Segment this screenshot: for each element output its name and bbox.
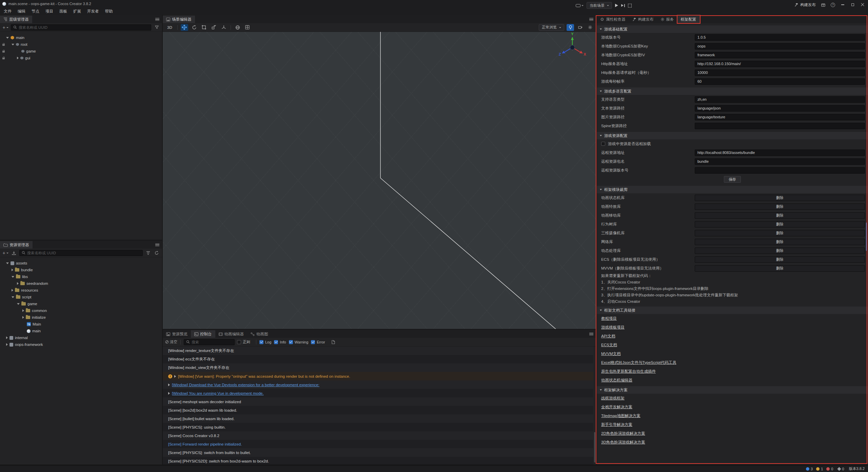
tree-node-common[interactable]: common: [0, 307, 162, 314]
expand-caret-icon[interactable]: [22, 316, 24, 319]
assets-refresh-button[interactable]: [154, 250, 160, 256]
scene-viewport[interactable]: Y X Z: [163, 32, 596, 329]
section-header[interactable]: 框架模块裁剪: [597, 186, 868, 193]
log-row[interactable]: [Window] Download the Vue Devtools exten…: [163, 380, 593, 389]
field-input[interactable]: [695, 61, 865, 67]
delete-button[interactable]: 删除: [695, 239, 865, 245]
tab-framework-config[interactable]: 框架配置: [677, 16, 700, 23]
tree-node-gui[interactable]: gui: [0, 55, 162, 61]
lock-icon[interactable]: [2, 44, 5, 46]
frame-selector-button[interactable]: [628, 4, 632, 7]
field-input[interactable]: [695, 167, 865, 174]
expand-caret-icon[interactable]: [168, 392, 170, 395]
expand-caret-icon[interactable]: [168, 383, 170, 386]
log-row[interactable]: [Scene] [PHYSICS2D]: switch from box2d-w…: [163, 457, 593, 465]
tree-node-seedrandom[interactable]: seedrandom: [0, 280, 162, 287]
assets-panel-tab[interactable]: 资源管理器: [0, 241, 33, 249]
hierarchy-search[interactable]: [11, 24, 151, 31]
task-count[interactable]: 0: [838, 467, 844, 471]
maximize-button[interactable]: [848, 1, 857, 9]
play-button[interactable]: [615, 4, 618, 7]
warning-count[interactable]: 1: [816, 467, 823, 471]
menu-item[interactable]: 开发者: [84, 7, 102, 15]
scene-light-toggle[interactable]: [567, 24, 574, 31]
expand-caret-icon[interactable]: [12, 44, 14, 45]
delete-button[interactable]: 删除: [695, 256, 865, 263]
hierarchy-panel-tab[interactable]: 层级管理器: [0, 16, 32, 23]
tree-node-internal[interactable]: internal: [0, 334, 162, 341]
world-local-toggle[interactable]: [234, 24, 241, 31]
expand-caret-icon[interactable]: [22, 309, 24, 312]
log-row[interactable]: [Scene] [PHYSICS]: using builtin.: [163, 423, 593, 431]
panel-menu-icon[interactable]: [155, 243, 159, 246]
tree-node-resources[interactable]: resources: [0, 287, 162, 294]
view-mode-dropdown[interactable]: 正常浏览: [539, 24, 564, 31]
field-input[interactable]: [695, 96, 865, 103]
assets-sort-button[interactable]: [145, 250, 151, 256]
doc-link[interactable]: Excel格式转Json文件与TypeScript代码工具: [597, 358, 681, 367]
minimize-button[interactable]: [838, 1, 848, 9]
create-asset-button[interactable]: +: [2, 250, 8, 256]
orientation-gizmo[interactable]: Y X Z: [559, 32, 587, 56]
field-input[interactable]: [695, 105, 865, 112]
doc-link[interactable]: MVVM文档: [597, 349, 625, 358]
tree-node-initialize[interactable]: initialize: [0, 314, 162, 321]
delete-button[interactable]: 删除: [695, 195, 865, 201]
tree-node-bundle[interactable]: bundle: [0, 267, 162, 273]
preview-target-button[interactable]: [576, 4, 584, 7]
doc-link[interactable]: 原生包热更新配置自动生成插件: [597, 367, 660, 376]
panel-menu-icon[interactable]: [155, 18, 159, 21]
remote-load-checkbox[interactable]: [601, 142, 605, 146]
expand-caret-icon[interactable]: [6, 37, 9, 39]
open-log-file-button[interactable]: [330, 339, 336, 345]
hierarchy-search-input[interactable]: [19, 25, 149, 29]
menu-item[interactable]: 节点: [28, 7, 42, 15]
field-input[interactable]: [695, 52, 865, 58]
tab-asset-preview[interactable]: 资源预览: [163, 330, 191, 338]
menu-item[interactable]: 项目: [42, 7, 56, 15]
inspector-scrollbar[interactable]: [866, 222, 867, 251]
doc-link[interactable]: 3D角色扮演游戏解决方案: [597, 438, 650, 447]
log-row[interactable]: [Window] [Vue warn]: Property "onInput" …: [163, 372, 593, 380]
log-row[interactable]: [Scene] meshopt wasm decoder initialized: [163, 397, 593, 406]
tab-animation-editor[interactable]: 动画编辑器: [215, 330, 248, 338]
menu-item[interactable]: 编辑: [15, 7, 28, 15]
mode-3d-toggle[interactable]: 3D: [165, 24, 174, 31]
doc-link[interactable]: 教程项目: [597, 314, 621, 323]
expand-caret-icon[interactable]: [12, 289, 13, 292]
expand-caret-icon[interactable]: [6, 343, 8, 346]
menu-item[interactable]: 帮助: [102, 7, 116, 15]
log-row[interactable]: [Scene] Forward render pipeline initiali…: [163, 440, 593, 448]
tree-node-Main[interactable]: TSMain: [0, 321, 162, 328]
expand-caret-icon[interactable]: [174, 375, 176, 378]
log-row[interactable]: [Window] render_texture文件夹不存在: [163, 347, 593, 355]
lock-icon[interactable]: [2, 58, 5, 59]
filter-warning[interactable]: Warning: [289, 340, 309, 344]
tab-build-publish[interactable]: 构建发布: [629, 16, 657, 23]
snap-toggle[interactable]: [244, 24, 251, 31]
menu-item[interactable]: 文件: [1, 7, 15, 15]
checkbox-log[interactable]: [259, 340, 263, 344]
section-header[interactable]: 框架解决方案: [597, 386, 868, 394]
tree-node-assets[interactable]: assets: [0, 260, 162, 267]
scene-camera-button[interactable]: [576, 24, 584, 31]
regex-toggle[interactable]: 正则: [237, 339, 250, 345]
panel-menu-icon[interactable]: [589, 333, 593, 335]
delete-button[interactable]: 删除: [695, 248, 865, 254]
log-row[interactable]: [Scene] Cocos Creator v3.8.2: [163, 431, 593, 440]
expand-caret-icon[interactable]: [12, 296, 14, 298]
help-button[interactable]: [828, 1, 838, 8]
doc-link[interactable]: Tiledmap地图解决方案: [597, 411, 645, 420]
section-header[interactable]: 游戏资源配置: [597, 132, 868, 139]
move-tool-button[interactable]: [181, 24, 188, 31]
doc-link[interactable]: API文档: [597, 332, 620, 340]
rect-tool-button[interactable]: [200, 24, 208, 31]
scale-tool-button[interactable]: [210, 24, 218, 31]
delete-button[interactable]: 删除: [695, 212, 865, 219]
section-header[interactable]: 框架文档工具链接: [597, 307, 868, 314]
tree-node-game[interactable]: game: [0, 48, 162, 55]
close-button[interactable]: [857, 1, 867, 9]
scene-editor-tab[interactable]: 场景编辑器: [163, 16, 195, 23]
rotate-tool-button[interactable]: [191, 24, 198, 31]
doc-link[interactable]: ECS文档: [597, 340, 622, 349]
